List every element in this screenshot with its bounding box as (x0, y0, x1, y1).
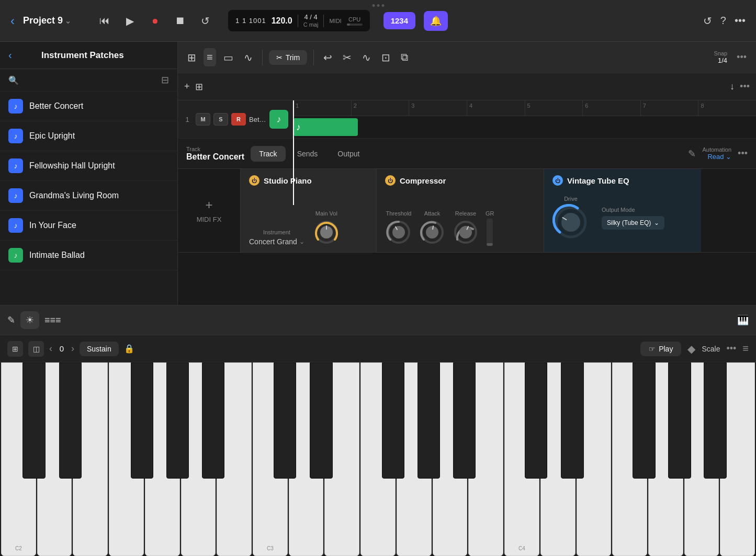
white-key-e4[interactable] (577, 362, 612, 556)
sidebar-item-in-your-face[interactable]: ♪ In Your Face (0, 211, 177, 241)
scissors-button[interactable]: ✂ (340, 48, 355, 67)
white-key-g2[interactable] (145, 362, 180, 556)
release-knob[interactable] (452, 219, 479, 246)
piano-keyboard-icon-button[interactable]: 🎹 (737, 314, 749, 326)
numbering-button[interactable]: 1234 (383, 12, 415, 29)
midi-indicator: MIDI (329, 18, 341, 24)
instrument-selector[interactable]: Concert Grand ⌄ (249, 237, 304, 246)
list-view-button[interactable]: ≡ (204, 48, 216, 66)
trim-button[interactable]: ✂ Trim (269, 50, 307, 65)
alert-button[interactable]: 🔔 (424, 11, 448, 31)
rewind-icon-button[interactable]: ↩ (320, 48, 335, 67)
white-key-d2[interactable] (37, 362, 72, 556)
sustain-button[interactable]: Sustain (80, 342, 119, 356)
white-key-b3[interactable] (468, 362, 503, 556)
midi-fx-area[interactable]: + MIDI FX (178, 169, 241, 252)
play-button-piano[interactable]: ☞ Play (640, 342, 681, 356)
solo-button[interactable]: S (213, 113, 228, 126)
sidebar-item-label: Intimate Ballad (29, 251, 85, 260)
white-key-a4[interactable] (684, 362, 719, 556)
back-button[interactable]: ‹ (10, 14, 15, 28)
white-key-a3[interactable] (433, 362, 468, 556)
project-name[interactable]: Project 9 ⌄ (23, 15, 71, 26)
item-icon: ♪ (8, 158, 23, 173)
help-button[interactable]: ? (720, 15, 726, 27)
grid-view-button[interactable]: ⊞ (184, 48, 199, 67)
white-key-g3[interactable] (397, 362, 432, 556)
white-key-f4[interactable] (612, 362, 647, 556)
piano-more-button[interactable]: ••• (726, 343, 736, 354)
curve-view-button[interactable]: ∿ (241, 48, 256, 67)
white-key-d3[interactable] (289, 362, 324, 556)
white-key-a2[interactable] (181, 362, 216, 556)
position-display[interactable]: 1 1 1001 120.0 4 / 4 C maj MIDI CPU (228, 10, 370, 31)
sidebar-item-epic-upright[interactable]: ♪ Epic Upright (0, 121, 177, 151)
more-button[interactable]: ••• (735, 15, 746, 27)
region-view-button[interactable]: ▭ (220, 48, 236, 67)
output-mode-label: Output Mode (602, 207, 664, 213)
white-key-b4[interactable] (720, 362, 755, 556)
play-button[interactable]: ▶ (120, 12, 139, 30)
gr-group: GR (486, 210, 494, 246)
piano-grid-button[interactable]: ⊞ (7, 341, 23, 357)
download-button[interactable]: ↓ (730, 81, 735, 92)
save-button[interactable]: ⏹ (171, 12, 189, 30)
attack-knob[interactable] (419, 219, 446, 246)
loop-button[interactable]: ↺ (196, 12, 215, 30)
snap-info: Snap 1/4 (714, 50, 727, 64)
wave-button[interactable]: ∿ (359, 48, 374, 67)
piano-size-button[interactable]: ◫ (28, 341, 44, 357)
studio-piano-power[interactable]: ⏻ (249, 175, 259, 186)
sidebar-item-better-concert[interactable]: ♪ Better Concert (0, 92, 177, 121)
octave-next-button[interactable]: › (71, 343, 74, 354)
history-button[interactable]: ↺ (703, 15, 712, 27)
sidebar-back-button[interactable]: ‹ (8, 49, 12, 61)
white-key-g4[interactable] (648, 362, 683, 556)
white-key-c4[interactable]: C4 (504, 362, 539, 556)
track-list-more-button[interactable]: ••• (740, 81, 750, 92)
toolbar-more-button[interactable]: ••• (734, 49, 750, 66)
frame-button[interactable]: ⊡ (378, 48, 393, 67)
octave-prev-button[interactable]: ‹ (49, 343, 52, 354)
white-key-f2[interactable] (109, 362, 144, 556)
folder-button[interactable]: ⊞ (195, 81, 203, 93)
record-button[interactable]: ⏺ (145, 12, 164, 30)
record-arm-button[interactable]: R (231, 113, 246, 126)
white-keys: C2 C3 C4 (0, 362, 756, 556)
white-key-e2[interactable] (73, 362, 108, 556)
velocity-button[interactable]: ◆ (687, 343, 695, 355)
tab-output[interactable]: Output (329, 146, 368, 162)
white-key-c3[interactable]: C3 (253, 362, 288, 556)
copy-button[interactable]: ⧉ (398, 48, 411, 66)
piano-lines-button[interactable]: ≡ (742, 343, 749, 355)
eq-power[interactable]: ⏻ (552, 175, 563, 186)
automation-value[interactable]: Read ⌄ (707, 153, 731, 161)
rewind-button[interactable]: ⏮ (95, 12, 114, 30)
piano-edit-button[interactable]: ✎ (7, 314, 15, 326)
tab-track[interactable]: Track (251, 146, 285, 162)
sidebar-item-grandmas[interactable]: ♪ Grandma's Living Room (0, 181, 177, 211)
add-track-button[interactable]: + (184, 81, 190, 92)
white-key-d4[interactable] (540, 362, 576, 556)
output-mode-selector[interactable]: Silky (Tube EQ) ⌄ (602, 216, 664, 230)
sidebar-item-intimate-ballad[interactable]: ♪ Intimate Ballad (0, 241, 177, 270)
track-info-more-button[interactable]: ••• (738, 148, 748, 159)
compressor-power[interactable]: ⏻ (385, 175, 396, 186)
sidebar-header: ‹ Instrument Patches (0, 42, 177, 69)
edit-button[interactable]: ✎ (688, 148, 696, 160)
white-key-f3[interactable] (360, 362, 396, 556)
drive-knob[interactable] (552, 204, 589, 241)
scale-button[interactable]: Scale (702, 345, 720, 353)
piano-smart-button[interactable]: ☀ (20, 311, 39, 329)
mute-button[interactable]: M (196, 113, 210, 126)
filter-icon[interactable]: ⊟ (161, 74, 169, 86)
tab-sends[interactable]: Sends (289, 146, 326, 162)
white-key-c2[interactable]: C2 (1, 362, 36, 556)
piano-eq-button[interactable]: ≡≡≡ (44, 315, 61, 326)
vol-knob[interactable] (313, 219, 340, 246)
white-key-b2[interactable] (217, 362, 252, 556)
threshold-knob[interactable] (385, 219, 412, 246)
white-key-e3[interactable] (324, 362, 359, 556)
track-clip[interactable]: ♪ (293, 118, 358, 136)
sidebar-item-fellowship[interactable]: ♪ Fellowship Hall Upright (0, 151, 177, 181)
